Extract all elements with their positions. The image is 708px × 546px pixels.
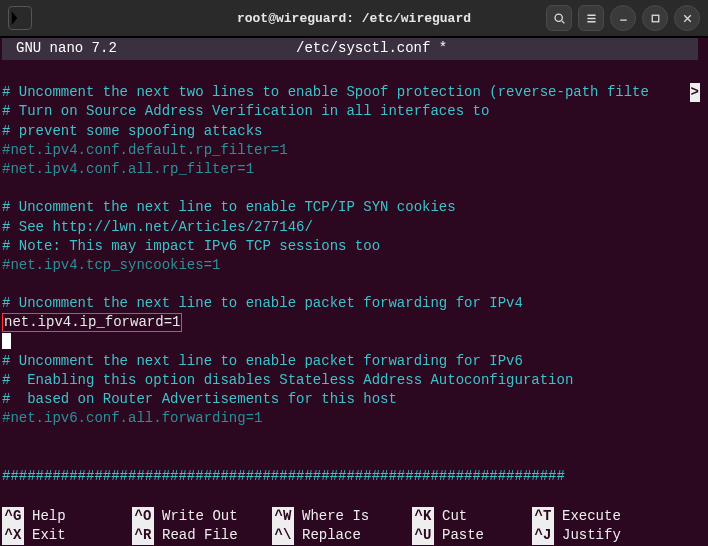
editor-line: net.ipv4.ip_forward=1 — [2, 313, 706, 332]
shortcut-key: ^W — [272, 507, 294, 526]
line-overflow-marker: > — [690, 83, 700, 102]
editor-line: # Uncomment the next two lines to enable… — [2, 83, 706, 102]
editor-line: # prevent some spoofing attacks — [2, 122, 706, 141]
shortcut-label: Execute — [562, 507, 621, 526]
shortcut-item: ^\Replace — [272, 526, 412, 545]
shortcut-key: ^J — [532, 526, 554, 545]
svg-rect-1 — [652, 15, 659, 22]
shortcut-label: Read File — [162, 526, 238, 545]
highlighted-setting: net.ipv4.ip_forward=1 — [2, 313, 182, 332]
titlebar: root@wireguard: /etc/wireguard — [0, 0, 708, 36]
editor-line: # Uncomment the next line to enable pack… — [2, 352, 706, 371]
shortcut-key: ^\ — [272, 526, 294, 545]
editor-line: # Uncomment the next line to enable TCP/… — [2, 198, 706, 217]
editor-header: GNU nano 7.2 /etc/sysctl.conf * — [2, 38, 698, 60]
shortcut-key: ^K — [412, 507, 434, 526]
editor-content[interactable]: # Uncomment the next two lines to enable… — [0, 60, 708, 486]
shortcut-key: ^X — [2, 526, 24, 545]
shortcut-label: Write Out — [162, 507, 238, 526]
shortcut-label: Paste — [442, 526, 484, 545]
shortcut-label: Justify — [562, 526, 621, 545]
editor-line: ########################################… — [2, 467, 706, 486]
editor-line: # See http://lwn.net/Articles/277146/ — [2, 218, 706, 237]
shortcut-item: ^GHelp — [2, 507, 132, 526]
editor-line: # Enabling this option disables Stateles… — [2, 371, 706, 390]
search-button[interactable] — [546, 5, 572, 31]
menu-button[interactable] — [578, 5, 604, 31]
editor-line: # based on Router Advertisements for thi… — [2, 390, 706, 409]
shortcut-item: ^XExit — [2, 526, 132, 545]
editor-line — [2, 179, 706, 198]
editor-line: #net.ipv4.conf.all.rp_filter=1 — [2, 160, 706, 179]
cursor — [2, 333, 11, 349]
shortcut-item: ^RRead File — [132, 526, 272, 545]
editor-file-name: /etc/sysctl.conf * — [296, 39, 447, 58]
maximize-button[interactable] — [642, 5, 668, 31]
editor-line — [2, 448, 706, 467]
terminal-icon — [8, 6, 32, 30]
editor-line: #net.ipv4.tcp_syncookies=1 — [2, 256, 706, 275]
shortcut-item: ^JJustify — [532, 526, 652, 545]
editor-line: #net.ipv4.conf.default.rp_filter=1 — [2, 141, 706, 160]
close-button[interactable] — [674, 5, 700, 31]
svg-point-0 — [555, 14, 562, 21]
shortcut-key: ^G — [2, 507, 24, 526]
shortcut-key: ^U — [412, 526, 434, 545]
terminal[interactable]: GNU nano 7.2 /etc/sysctl.conf * # Uncomm… — [0, 38, 708, 546]
editor-line — [2, 64, 706, 83]
editor-line — [2, 333, 706, 352]
shortcut-item: ^KCut — [412, 507, 532, 526]
shortcut-item: ^TExecute — [532, 507, 652, 526]
shortcut-item: ^UPaste — [412, 526, 532, 545]
editor-app-name: GNU nano 7.2 — [16, 39, 296, 58]
editor-line: #net.ipv6.conf.all.forwarding=1 — [2, 409, 706, 428]
editor-line: # Turn on Source Address Verification in… — [2, 102, 706, 121]
shortcut-key: ^O — [132, 507, 154, 526]
shortcut-bar: ^GHelp^OWrite Out^WWhere Is^KCut^TExecut… — [2, 507, 706, 545]
editor-line: # Uncomment the next line to enable pack… — [2, 294, 706, 313]
shortcut-label: Replace — [302, 526, 361, 545]
shortcut-item: ^OWrite Out — [132, 507, 272, 526]
shortcut-label: Help — [32, 507, 66, 526]
shortcut-label: Cut — [442, 507, 467, 526]
editor-line — [2, 275, 706, 294]
editor-line — [2, 429, 706, 448]
shortcut-key: ^R — [132, 526, 154, 545]
minimize-button[interactable] — [610, 5, 636, 31]
editor-line: # Note: This may impact IPv6 TCP session… — [2, 237, 706, 256]
shortcut-label: Exit — [32, 526, 66, 545]
shortcut-label: Where Is — [302, 507, 369, 526]
shortcut-key: ^T — [532, 507, 554, 526]
shortcut-item: ^WWhere Is — [272, 507, 412, 526]
